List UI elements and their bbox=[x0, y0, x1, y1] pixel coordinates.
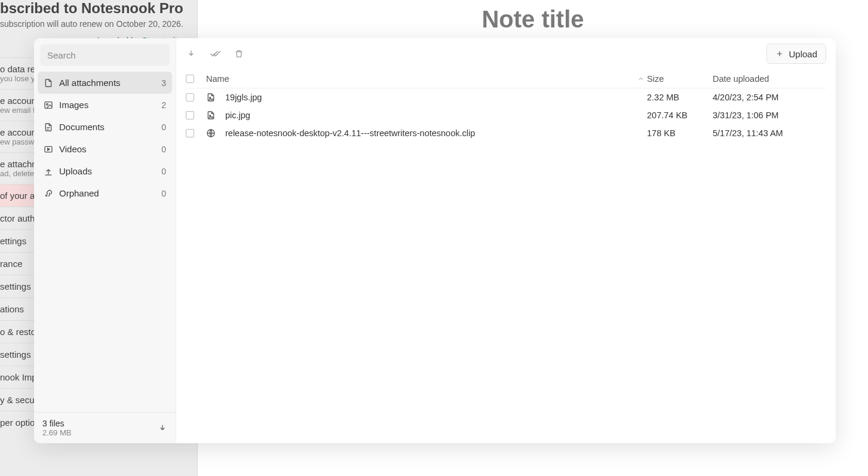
file-size: 2.32 MB bbox=[647, 93, 713, 102]
row-checkbox[interactable] bbox=[186, 93, 194, 102]
category-label: Documents bbox=[59, 122, 155, 132]
image-file-icon bbox=[206, 110, 216, 120]
category-documents[interactable]: Documents0 bbox=[38, 116, 172, 138]
file-date: 5/17/23, 11:43 AM bbox=[713, 128, 826, 138]
file-date: 4/20/23, 2:54 PM bbox=[713, 93, 826, 102]
upload-button-label: Upload bbox=[789, 49, 817, 59]
file-name: pic.jpg bbox=[225, 110, 250, 120]
category-count: 2 bbox=[161, 100, 166, 110]
table-row[interactable]: release-notesnook-desktop-v2.4.11---stre… bbox=[186, 124, 826, 142]
header-date[interactable]: Date uploaded bbox=[713, 74, 826, 84]
table-header-row: Name Size Date uploaded bbox=[186, 69, 826, 88]
row-checkbox[interactable] bbox=[186, 129, 194, 137]
row-checkbox[interactable] bbox=[186, 111, 194, 119]
footer-file-count: 3 files bbox=[42, 419, 71, 428]
image-file-icon bbox=[206, 93, 216, 102]
toolbar: Upload bbox=[176, 38, 836, 69]
category-count: 0 bbox=[161, 122, 166, 132]
download-all-icon[interactable] bbox=[158, 423, 167, 433]
check-all-icon[interactable] bbox=[210, 48, 220, 59]
file-date: 3/31/23, 1:06 PM bbox=[713, 110, 826, 120]
table-row[interactable]: 19jgls.jpg2.32 MB4/20/23, 2:54 PM bbox=[186, 88, 826, 106]
video-icon bbox=[44, 145, 53, 154]
category-label: Orphaned bbox=[59, 188, 155, 198]
category-all-attachments[interactable]: All attachments3 bbox=[38, 72, 172, 94]
upload-button[interactable]: Upload bbox=[766, 44, 826, 64]
web-file-icon bbox=[206, 128, 216, 138]
category-label: All attachments bbox=[59, 78, 155, 88]
category-videos[interactable]: Videos0 bbox=[38, 138, 172, 160]
header-name[interactable]: Name bbox=[206, 74, 635, 84]
select-all-checkbox[interactable] bbox=[186, 75, 194, 83]
category-list: All attachments3Images2Documents0Videos0… bbox=[34, 72, 176, 412]
plus-icon bbox=[775, 50, 784, 58]
category-label: Uploads bbox=[59, 166, 155, 176]
file-name: release-notesnook-desktop-v2.4.11---stre… bbox=[225, 128, 475, 138]
file-icon bbox=[44, 78, 53, 88]
image-icon bbox=[44, 100, 53, 110]
category-images[interactable]: Images2 bbox=[38, 94, 172, 116]
upload-icon bbox=[44, 167, 53, 176]
modal-main: Upload Name Size Date uploaded 19jgls.jp… bbox=[176, 38, 836, 443]
category-count: 0 bbox=[161, 145, 166, 154]
attachments-table: Name Size Date uploaded 19jgls.jpg2.32 M… bbox=[176, 69, 836, 142]
modal-sidebar: All attachments3Images2Documents0Videos0… bbox=[34, 38, 176, 443]
header-size[interactable]: Size bbox=[647, 74, 713, 84]
attachments-modal: All attachments3Images2Documents0Videos0… bbox=[34, 38, 836, 443]
trash-icon[interactable] bbox=[234, 48, 244, 59]
category-count: 3 bbox=[161, 78, 166, 88]
category-uploads[interactable]: Uploads0 bbox=[38, 160, 172, 182]
unlink-icon bbox=[44, 189, 53, 198]
svg-point-1 bbox=[47, 103, 48, 105]
sidebar-footer: 3 files 2.69 MB bbox=[34, 412, 176, 443]
category-label: Videos bbox=[59, 144, 155, 154]
sort-asc-icon[interactable] bbox=[635, 75, 647, 82]
category-count: 0 bbox=[161, 167, 166, 176]
footer-total-size: 2.69 MB bbox=[42, 428, 71, 437]
search-input[interactable] bbox=[40, 44, 170, 66]
download-icon[interactable] bbox=[186, 48, 197, 59]
category-count: 0 bbox=[161, 189, 166, 198]
category-label: Images bbox=[59, 100, 155, 110]
file-size: 207.74 KB bbox=[647, 110, 713, 120]
document-icon bbox=[44, 122, 53, 132]
file-name: 19jgls.jpg bbox=[225, 93, 262, 102]
file-size: 178 KB bbox=[647, 128, 713, 138]
table-row[interactable]: pic.jpg207.74 KB3/31/23, 1:06 PM bbox=[186, 106, 826, 124]
category-orphaned[interactable]: Orphaned0 bbox=[38, 182, 172, 204]
